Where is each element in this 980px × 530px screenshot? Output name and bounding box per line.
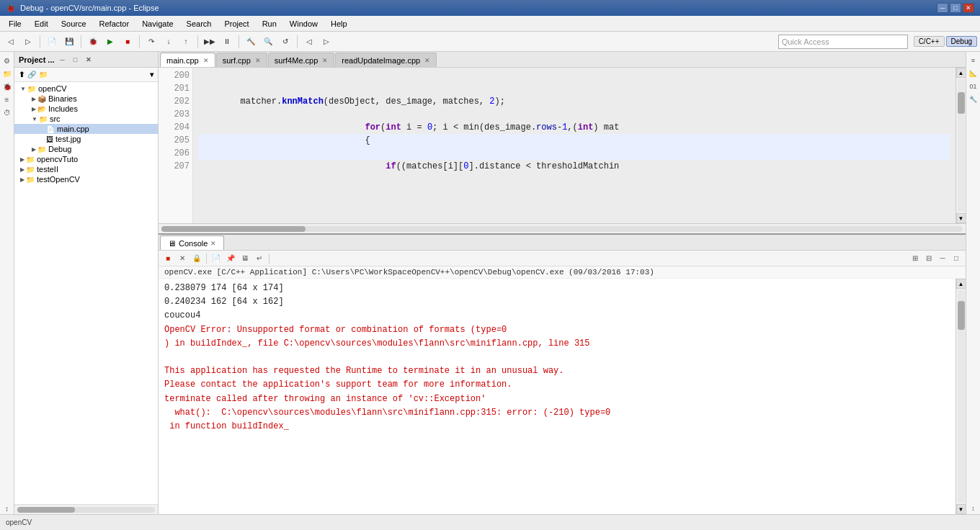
step-out-button[interactable]: ↑ (178, 34, 194, 50)
tab-close-surf4me-cpp[interactable]: ✕ (322, 57, 328, 64)
project-explorer-header: Project ... ─ □ ✕ (14, 52, 158, 68)
console-maximize-button[interactable]: □ (950, 252, 963, 265)
left-icon-2[interactable]: 📁 (1, 68, 13, 79)
menu-edit[interactable]: Edit (29, 18, 54, 30)
debug-button[interactable]: 🐞 (85, 34, 101, 50)
new-folder-icon[interactable]: 📁 (39, 71, 48, 78)
tab-close-main-cpp[interactable]: ✕ (203, 57, 209, 64)
tree-item-main-cpp[interactable]: 📄 main.cpp (14, 124, 158, 134)
right-icon-2[interactable]: 📐 (968, 68, 979, 79)
search-tool-button[interactable]: 🔍 (260, 34, 276, 50)
tree-item-testopencv[interactable]: ▶ 📁 testOpenCV (14, 174, 158, 184)
left-icon-4[interactable]: ≡ (1, 94, 13, 105)
console-view-2[interactable]: ⊟ (922, 252, 935, 265)
close-button[interactable]: ✕ (963, 3, 974, 13)
tree-label-debug: Debug (48, 145, 71, 153)
refresh-button[interactable]: ↺ (277, 34, 293, 50)
menu-navigate[interactable]: Navigate (136, 18, 179, 30)
editor-hscrollbar[interactable] (159, 223, 966, 233)
menu-refactor[interactable]: Refactor (94, 18, 135, 30)
tree-item-binaries[interactable]: ▶ 📦 Binaries (14, 94, 158, 104)
tree-item-opencv[interactable]: ▼ 📁 openCV (14, 84, 158, 94)
clear-console-button[interactable]: ✕ (176, 252, 189, 265)
console-view-1[interactable]: ⊞ (909, 252, 922, 265)
suspend-button[interactable]: ⏸ (219, 34, 235, 50)
menu-help[interactable]: Help (325, 18, 353, 30)
back-button[interactable]: ◁ (3, 34, 19, 50)
console-tab-close[interactable]: ✕ (210, 240, 216, 247)
left-icon-1[interactable]: ⚙ (1, 55, 13, 66)
tree-item-src[interactable]: ▼ 📁 src (14, 114, 158, 124)
tab-surf4me-cpp[interactable]: surf4Me.cpp ✕ (268, 53, 335, 67)
save-button[interactable]: 💾 (61, 34, 77, 50)
tab-close-surf-cpp[interactable]: ✕ (255, 57, 261, 64)
maximize-button[interactable]: □ (950, 3, 961, 13)
panel-close-button[interactable]: ✕ (84, 55, 94, 65)
word-wrap-button[interactable]: ↵ (253, 252, 266, 265)
code-area[interactable]: matcher.knnMatch(desObject, des_image, m… (193, 68, 956, 223)
run-button[interactable]: ▶ (102, 34, 118, 50)
tab-console[interactable]: 🖥 Console ✕ (160, 235, 224, 250)
left-icon-3[interactable]: 🐞 (1, 81, 13, 92)
tab-main-cpp[interactable]: main.cpp ✕ (160, 53, 215, 67)
right-icon-4[interactable]: 🔧 (968, 94, 979, 105)
right-icon-5[interactable]: ↕ (968, 503, 979, 514)
tab-readupdate-cpp[interactable]: readUpdateImage.cpp ✕ (335, 53, 437, 67)
link-editor-icon[interactable]: 🔗 (27, 71, 36, 78)
right-icon-3[interactable]: 01 (968, 81, 979, 92)
tree-label-opencvtuto: opencvTuto (37, 155, 78, 163)
tree-item-test-jpg[interactable]: 🖼 test.jpg (14, 134, 158, 144)
menu-project[interactable]: Project (218, 18, 254, 30)
tab-surf-cpp[interactable]: surf.cpp ✕ (216, 53, 267, 67)
collapse-icon[interactable]: ⬆ (19, 71, 24, 78)
menu-search[interactable]: Search (181, 18, 218, 30)
toolbar-sep-2 (81, 35, 81, 48)
step-over-button[interactable]: ↷ (143, 34, 159, 50)
console-minimize-button[interactable]: ─ (936, 252, 949, 265)
vscroll-down-button[interactable]: ▼ (956, 213, 966, 223)
console-vscroll[interactable]: ▲ ▼ (956, 279, 966, 514)
toolbar-sep-1 (40, 35, 40, 48)
more-icon[interactable]: ▾ (150, 71, 153, 78)
menu-source[interactable]: Source (55, 18, 92, 30)
tree-item-opencvtuto[interactable]: ▶ 📁 opencvTuto (14, 154, 158, 164)
project-explorer-hscrollbar[interactable] (14, 504, 158, 514)
stop-button[interactable]: ■ (120, 34, 135, 50)
menu-run[interactable]: Run (257, 18, 282, 30)
new-button[interactable]: 📄 (44, 34, 60, 50)
stop-console-button[interactable]: ■ (161, 252, 174, 265)
next-edit-button[interactable]: ▷ (318, 34, 334, 50)
pin-console-button[interactable]: 📌 (224, 252, 237, 265)
tree-item-debug[interactable]: ▶ 📁 Debug (14, 144, 158, 154)
panel-maximize-button[interactable]: □ (71, 55, 81, 65)
scroll-lock-button[interactable]: 🔒 (190, 252, 203, 265)
code-line-204: for(int i = 0; i < min(des_image.rows-1,… (199, 121, 950, 134)
display-console-button[interactable]: 🖥 (239, 252, 251, 265)
menu-window[interactable]: Window (284, 18, 324, 30)
left-icon-6[interactable]: ↕ (1, 503, 13, 514)
menu-file[interactable]: File (3, 18, 27, 30)
new-console-button[interactable]: 📄 (210, 252, 223, 265)
tab-close-readupdate-cpp[interactable]: ✕ (424, 57, 430, 64)
forward-button[interactable]: ▷ (20, 34, 36, 50)
vscroll-track[interactable] (958, 79, 965, 212)
tree-item-includes[interactable]: ▶ 📂 Includes (14, 104, 158, 114)
vscroll-up-button[interactable]: ▲ (956, 68, 966, 78)
right-icon-1[interactable]: ≡ (968, 55, 979, 66)
editor-vscroll[interactable]: ▲ ▼ (956, 68, 966, 223)
perspective-debug-button[interactable]: Debug (946, 36, 977, 47)
panel-minimize-button[interactable]: ─ (58, 55, 68, 65)
resume-button[interactable]: ▶▶ (202, 34, 218, 50)
console-vscroll-down[interactable]: ▼ (956, 504, 966, 514)
perspective-cpp-button[interactable]: C/C++ (914, 36, 945, 47)
step-into-button[interactable]: ↓ (161, 34, 177, 50)
left-icon-5[interactable]: ⏱ (1, 107, 13, 118)
console-sep-1 (206, 253, 207, 264)
quick-access-input[interactable]: Quick Access (778, 35, 908, 49)
tree-item-testeii[interactable]: ▶ 📁 testeII (14, 164, 158, 174)
build-button[interactable]: 🔨 (243, 34, 259, 50)
project-explorer-title: Project ... (19, 55, 55, 64)
minimize-button[interactable]: ─ (937, 3, 948, 13)
prev-edit-button[interactable]: ◁ (301, 34, 317, 50)
console-vscroll-up[interactable]: ▲ (956, 279, 966, 289)
